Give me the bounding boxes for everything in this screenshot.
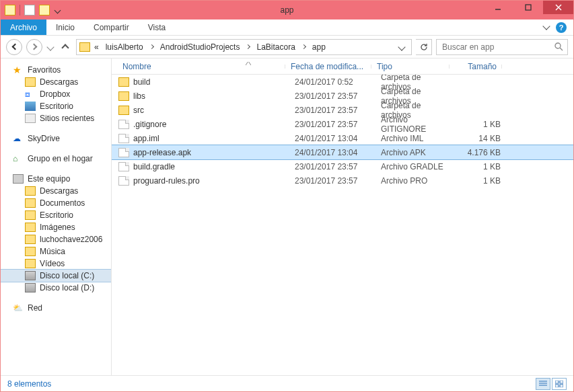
- file-date: 23/01/2017 23:57: [289, 106, 375, 115]
- icons-view-button[interactable]: [552, 378, 567, 390]
- file-size: 14 KB: [454, 134, 506, 143]
- cloud-icon: ☁: [13, 134, 24, 143]
- file-row[interactable]: app.iml24/01/2017 13:04Archivo IML14 KB: [112, 131, 573, 145]
- nav-network[interactable]: ⛅Red: [1, 302, 111, 314]
- nav-pc-documents[interactable]: Documentos: [1, 197, 111, 209]
- ribbon-tab-view[interactable]: Vista: [139, 19, 175, 35]
- file-name: proguard-rules.pro: [133, 176, 289, 186]
- nav-recent[interactable]: Sitios recientes: [1, 112, 111, 124]
- nav-pc-user[interactable]: luchochavez2006: [1, 233, 111, 245]
- nav-desktop[interactable]: Escritorio: [1, 100, 111, 112]
- up-button[interactable]: [59, 40, 72, 54]
- file-date: 23/01/2017 23:57: [289, 162, 375, 171]
- folder-icon: [25, 259, 36, 268]
- explorer-window: app Archivo Inicio Compartir Vista ? « l…: [0, 0, 574, 392]
- file-rows[interactable]: build24/01/2017 0:52Carpeta de archivosl…: [112, 75, 573, 375]
- file-row[interactable]: app-release.apk24/01/2017 13:04Archivo A…: [112, 145, 573, 159]
- star-icon: ★: [13, 65, 24, 75]
- file-icon: [118, 148, 129, 157]
- details-view-button[interactable]: [536, 378, 550, 390]
- status-text: 8 elementos: [7, 379, 51, 389]
- file-row[interactable]: build.gradle23/01/2017 23:57Archivo GRAD…: [112, 159, 573, 173]
- nav-homegroup[interactable]: ⌂Grupo en el hogar: [1, 153, 111, 165]
- folder-icon: [25, 235, 36, 244]
- folder-icon: [25, 77, 36, 87]
- disk-icon: [25, 271, 36, 280]
- breadcrumb-item[interactable]: LaBitacora: [254, 42, 297, 52]
- nav-pc-downloads[interactable]: Descargas: [1, 185, 111, 197]
- ribbon-tab-share[interactable]: Compartir: [84, 19, 139, 35]
- breadcrumb-prefix[interactable]: «: [92, 42, 102, 52]
- ribbon: Archivo Inicio Compartir Vista ?: [1, 19, 573, 36]
- dropbox-icon: ⧈: [25, 89, 36, 99]
- breadcrumb-item[interactable]: app: [310, 42, 328, 52]
- address-bar: « luisAlberto AndroidStudioProjects LaBi…: [1, 36, 573, 58]
- pc-icon: [13, 174, 24, 184]
- network-icon: ⛅: [13, 303, 24, 313]
- file-date: 24/01/2017 0:52: [289, 77, 375, 87]
- svg-point-4: [555, 43, 561, 48]
- file-row[interactable]: .gitignore23/01/2017 23:57Archivo GITIGN…: [112, 117, 573, 131]
- file-size: 4.176 KB: [454, 148, 506, 157]
- ribbon-tab-home[interactable]: Inicio: [46, 19, 84, 35]
- file-row[interactable]: build24/01/2017 0:52Carpeta de archivos: [112, 75, 573, 89]
- column-size[interactable]: Tamaño: [450, 62, 502, 71]
- breadcrumb[interactable]: « luisAlberto AndroidStudioProjects LaBi…: [76, 39, 412, 55]
- nav-pc-desktop[interactable]: Escritorio: [1, 209, 111, 221]
- status-bar: 8 elementos: [1, 375, 573, 391]
- file-name: src: [133, 106, 289, 115]
- column-headers: Nombre Fecha de modifica... Tipo Tamaño: [112, 58, 573, 75]
- file-row[interactable]: src23/01/2017 23:57Carpeta de archivos: [112, 103, 573, 117]
- nav-skydrive[interactable]: ☁SkyDrive: [1, 132, 111, 145]
- folder-icon: [25, 247, 36, 256]
- file-name: .gitignore: [133, 120, 289, 129]
- nav-downloads[interactable]: Descargas: [1, 76, 111, 88]
- disk-icon: [25, 283, 36, 292]
- chevron-right-icon[interactable]: [149, 44, 154, 49]
- file-date: 24/01/2017 13:04: [289, 148, 375, 157]
- folder-icon: [118, 77, 129, 87]
- file-row[interactable]: libs23/01/2017 23:57Carpeta de archivos: [112, 89, 573, 103]
- file-icon: [118, 120, 129, 129]
- svg-rect-10: [560, 381, 563, 383]
- search-input[interactable]: [441, 42, 554, 52]
- folder-icon: [79, 42, 90, 52]
- breadcrumb-item[interactable]: luisAlberto: [103, 42, 146, 52]
- file-name: app.iml: [133, 134, 289, 143]
- ribbon-file-tab[interactable]: Archivo: [1, 19, 46, 35]
- address-dropdown-icon[interactable]: [398, 43, 405, 50]
- nav-pc-disk-d[interactable]: Disco local (D:): [1, 282, 111, 294]
- refresh-button[interactable]: [416, 39, 432, 55]
- file-type: Archivo GITIGNORE: [375, 115, 454, 134]
- breadcrumb-item[interactable]: AndroidStudioProjects: [157, 42, 243, 52]
- chevron-right-icon[interactable]: [246, 44, 250, 49]
- nav-pc-music[interactable]: Música: [1, 245, 111, 258]
- help-icon[interactable]: ?: [556, 22, 567, 33]
- svg-rect-11: [555, 385, 559, 387]
- nav-dropbox[interactable]: ⧈Dropbox: [1, 88, 111, 100]
- recent-icon: [25, 114, 36, 123]
- nav-favorites[interactable]: ★Favoritos: [1, 64, 111, 76]
- navigation-pane[interactable]: ★Favoritos Descargas ⧈Dropbox Escritorio…: [1, 58, 112, 375]
- folder-icon: [118, 106, 129, 115]
- svg-rect-9: [555, 381, 559, 383]
- column-name[interactable]: Nombre: [112, 62, 285, 71]
- file-icon: [118, 134, 129, 143]
- chevron-right-icon[interactable]: [301, 44, 306, 49]
- titlebar[interactable]: app: [1, 1, 573, 19]
- folder-icon: [25, 186, 36, 196]
- nav-pc-pictures[interactable]: Imágenes: [1, 221, 111, 233]
- nav-pc-videos[interactable]: Vídeos: [1, 258, 111, 270]
- back-button[interactable]: [6, 39, 22, 55]
- expand-ribbon-icon[interactable]: [542, 22, 550, 30]
- file-icon: [118, 176, 129, 186]
- nav-this-pc[interactable]: Este equipo: [1, 173, 111, 185]
- nav-pc-disk-c[interactable]: Disco local (C:): [1, 270, 111, 282]
- file-row[interactable]: proguard-rules.pro23/01/2017 23:57Archiv…: [112, 173, 573, 188]
- column-date[interactable]: Fecha de modifica...: [285, 62, 371, 71]
- file-date: 24/01/2017 13:04: [289, 134, 375, 143]
- column-type[interactable]: Tipo: [371, 62, 450, 71]
- history-dropdown-icon[interactable]: [46, 43, 54, 50]
- search-box[interactable]: [436, 39, 568, 55]
- svg-line-5: [560, 48, 563, 50]
